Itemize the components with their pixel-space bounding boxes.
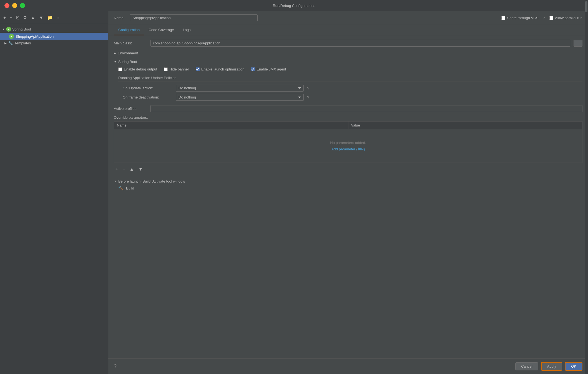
active-profiles-row: Active profiles:: [114, 105, 582, 112]
allow-parallel-label[interactable]: Allow parallel run: [549, 16, 582, 20]
table-header-name: Name: [114, 122, 348, 129]
main-class-browse-button[interactable]: ...: [574, 40, 582, 47]
cancel-button[interactable]: Cancel: [515, 362, 538, 370]
minimize-button[interactable]: [12, 3, 17, 8]
main-class-input[interactable]: [150, 40, 570, 47]
main-container: + − ⎘ ⚙ ▲ ▼ 📁 ↕ ▼ ✦ Spring Boot ✦ Shoppi…: [0, 11, 588, 374]
copy-config-button[interactable]: ⎘: [15, 15, 20, 21]
name-label: Name:: [114, 16, 124, 20]
on-update-action-row: On 'Update' action: Do nothing Update cl…: [118, 85, 582, 92]
move-down-button[interactable]: ▼: [38, 15, 45, 21]
config-body: Main class: ... ▶ Environment ▼ Spring B…: [108, 35, 588, 358]
policies-section: Running Application Update Policies On '…: [114, 76, 582, 101]
remove-config-button[interactable]: −: [9, 15, 13, 21]
folder-button[interactable]: 📁: [46, 14, 54, 21]
on-frame-deactivation-select[interactable]: Do nothing Update classes and resources …: [176, 94, 304, 101]
enable-debug-output-checkbox[interactable]: [118, 67, 122, 71]
main-class-row: Main class: ...: [114, 40, 582, 47]
sidebar: + − ⎘ ⚙ ▲ ▼ 📁 ↕ ▼ ✦ Spring Boot ✦ Shoppi…: [0, 11, 108, 374]
share-vcs-label[interactable]: Share through VCS: [501, 16, 538, 20]
close-button[interactable]: [4, 3, 9, 8]
traffic-lights: [4, 3, 25, 8]
sidebar-group-spring-boot-label: Spring Boot: [12, 27, 31, 31]
before-launch-label: Before launch: Build, Activate tool wind…: [118, 179, 185, 183]
on-update-help-icon[interactable]: ?: [307, 86, 309, 90]
enable-launch-optimization-checkbox[interactable]: [196, 67, 200, 71]
before-launch-section: ▼ Before launch: Build, Activate tool wi…: [114, 176, 582, 191]
help-button[interactable]: ?: [114, 363, 117, 369]
spring-app-icon: ✦: [9, 34, 14, 39]
override-parameters-section: Override parameters: Name Value No param…: [114, 115, 582, 173]
chevron-right-icon: ▶: [114, 52, 116, 55]
chevron-down-icon: ▼: [2, 28, 5, 31]
on-frame-deactivation-help-icon[interactable]: ?: [307, 95, 309, 100]
tab-logs[interactable]: Logs: [178, 25, 195, 35]
move-param-up-button[interactable]: ▲: [128, 166, 136, 172]
override-parameters-label-row: Override parameters:: [114, 115, 582, 120]
build-label: Build: [126, 186, 134, 190]
override-parameters-table: Name Value No parameters added. Add para…: [114, 121, 582, 163]
table-body: No parameters added. Add parameter (⌘N): [114, 129, 582, 163]
hide-banner-label[interactable]: Hide banner: [164, 67, 189, 71]
on-update-action-select[interactable]: Do nothing Update classes and resources …: [176, 85, 304, 92]
sidebar-group-spring-boot[interactable]: ▼ ✦ Spring Boot: [0, 26, 108, 33]
remove-param-button[interactable]: −: [121, 166, 127, 172]
main-content: Name: Share through VCS ? Allow parallel…: [108, 11, 588, 374]
on-frame-deactivation-row: On frame deactivation: Do nothing Update…: [118, 94, 582, 101]
name-input[interactable]: [130, 14, 258, 21]
table-header-value: Value: [348, 122, 582, 129]
active-profiles-label: Active profiles:: [114, 107, 147, 111]
on-update-action-label: On 'Update' action:: [123, 86, 173, 90]
spring-boot-section-header[interactable]: ▼ Spring Boot: [114, 59, 582, 65]
tab-code-coverage[interactable]: Code Coverage: [144, 25, 178, 35]
move-up-button[interactable]: ▲: [30, 15, 36, 21]
header-options: Share through VCS ? Allow parallel run: [501, 16, 582, 20]
sidebar-content: ▼ ✦ Spring Boot ✦ ShoppingApiApplication…: [0, 23, 108, 374]
move-param-down-button[interactable]: ▼: [137, 166, 145, 172]
settings-button[interactable]: ⚙: [22, 14, 28, 21]
no-params-text: No parameters added.: [330, 141, 366, 145]
sidebar-item-templates-label: Templates: [14, 41, 31, 45]
enable-jmx-agent-label[interactable]: Enable JMX agent: [251, 67, 286, 71]
apply-button[interactable]: Apply: [541, 362, 562, 371]
chevron-down-icon: ▼: [114, 180, 117, 183]
tab-configuration[interactable]: Configuration: [114, 25, 144, 35]
maximize-button[interactable]: [20, 3, 25, 8]
spring-boot-label: Spring Boot: [118, 60, 137, 64]
right-scrollbar[interactable]: [585, 0, 588, 374]
policies-title: Running Application Update Policies: [118, 76, 582, 82]
main-class-label: Main class:: [114, 41, 147, 45]
title-bar: Run/Debug Configurations: [0, 0, 588, 11]
add-param-button[interactable]: +: [114, 166, 120, 172]
wrench-icon: 🔧: [8, 41, 13, 45]
footer: ? Cancel Apply OK: [108, 358, 588, 374]
allow-parallel-checkbox[interactable]: [549, 16, 553, 20]
enable-launch-optimization-label[interactable]: Enable launch optimization: [196, 67, 244, 71]
sidebar-item-shopping-api[interactable]: ✦ ShoppingApiApplication: [0, 33, 108, 40]
on-update-action-select-wrapper: Do nothing Update classes and resources …: [176, 85, 304, 92]
environment-section-header[interactable]: ▶ Environment: [114, 50, 582, 56]
override-parameters-label: Override parameters:: [114, 115, 148, 120]
share-vcs-checkbox[interactable]: [501, 16, 505, 20]
table-actions: + − ▲ ▼: [114, 165, 582, 173]
build-item: 🔨 Build: [114, 186, 582, 191]
sort-button[interactable]: ↕: [56, 15, 60, 21]
add-config-button[interactable]: +: [2, 15, 7, 21]
environment-label: Environment: [118, 51, 138, 55]
scroll-thumb: [585, 1, 587, 12]
build-icon: 🔨: [118, 186, 124, 191]
ok-button[interactable]: OK: [565, 362, 582, 371]
add-param-link[interactable]: Add parameter (⌘N): [331, 147, 365, 151]
enable-debug-output-label[interactable]: Enable debug output: [118, 67, 157, 71]
sidebar-item-templates[interactable]: ▶ 🔧 Templates: [0, 40, 108, 46]
enable-jmx-agent-checkbox[interactable]: [251, 67, 255, 71]
table-header: Name Value: [114, 122, 582, 129]
sidebar-item-shopping-api-label: ShoppingApiApplication: [16, 34, 54, 39]
chevron-down-icon: ▼: [114, 60, 117, 63]
on-frame-deactivation-label: On frame deactivation:: [123, 95, 173, 99]
tabs-bar: Configuration Code Coverage Logs: [108, 25, 588, 35]
on-frame-deactivation-select-wrapper: Do nothing Update classes and resources …: [176, 94, 304, 101]
hide-banner-checkbox[interactable]: [164, 67, 168, 71]
active-profiles-input[interactable]: [150, 105, 582, 112]
share-vcs-help-icon[interactable]: ?: [543, 16, 545, 20]
